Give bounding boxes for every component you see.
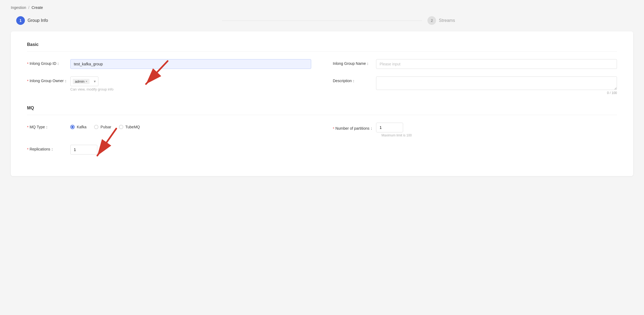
breadcrumb-parent[interactable]: Ingestion	[11, 5, 26, 10]
step-2-circle: 2	[427, 16, 436, 25]
description-wrapper: 0 / 100	[376, 76, 617, 95]
step-1-circle: 1	[16, 16, 25, 25]
kafka-radio-circle	[70, 125, 75, 129]
replications-field: * Replications：	[27, 145, 311, 155]
step-1-label: Group Info	[28, 18, 48, 23]
description-field: Description： 0 / 100	[333, 76, 617, 95]
description-textarea[interactable]	[376, 76, 617, 90]
pulsar-radio-label: Pulsar	[101, 125, 111, 129]
group-owner-select-wrapper: admin × ▾	[70, 76, 98, 86]
basic-row-1: * Inlong Group ID： Inlong Group Name：	[27, 59, 617, 69]
group-owner-required-star: *	[27, 79, 28, 83]
partitions-required-star: *	[333, 126, 334, 131]
kafka-radio-dot	[71, 126, 74, 128]
pulsar-radio-circle	[94, 125, 98, 129]
tubemq-radio-label: TubeMQ	[125, 125, 140, 129]
step-2: 2 Streams	[427, 16, 628, 25]
partitions-label: * Number of partitions：	[333, 124, 376, 131]
mq-section: MQ * MQ Type： Kafka	[27, 106, 617, 155]
mq-row-2: * Replications：	[27, 145, 617, 155]
group-owner-select[interactable]: admin ×	[70, 76, 98, 86]
mq-type-required-star: *	[27, 125, 28, 129]
group-id-label: * Inlong Group ID：	[27, 59, 70, 66]
admin-tag-close[interactable]: ×	[85, 80, 87, 83]
partitions-input[interactable]	[376, 123, 403, 132]
group-name-field: Inlong Group Name：	[333, 59, 617, 69]
group-name-label: Inlong Group Name：	[333, 59, 376, 66]
mq-type-label: * MQ Type：	[27, 123, 70, 130]
basic-section: Basic * Inlong Group ID： Inlong Group Na…	[27, 42, 617, 95]
form-card: Basic * Inlong Group ID： Inlong Group Na…	[11, 31, 633, 176]
steps-container: 1 Group Info 2 Streams	[11, 16, 633, 25]
owner-hint: Can view, modify group info	[70, 87, 114, 91]
group-name-input[interactable]	[376, 59, 617, 69]
admin-tag: admin ×	[73, 79, 89, 84]
step-1: 1 Group Info	[16, 16, 217, 25]
replications-required-star: *	[27, 147, 28, 152]
group-id-required-star: *	[27, 62, 28, 66]
tubemq-radio-option[interactable]: TubeMQ	[119, 125, 140, 129]
replications-label: * Replications：	[27, 145, 70, 152]
replications-input[interactable]	[70, 145, 97, 155]
group-id-input[interactable]	[70, 59, 311, 69]
kafka-radio-option[interactable]: Kafka	[70, 125, 87, 129]
breadcrumb-separator: /	[28, 5, 29, 10]
breadcrumb: Ingestion / Create	[11, 5, 633, 10]
description-char-count: 0 / 100	[376, 91, 617, 95]
mq-section-title: MQ	[27, 106, 617, 115]
group-owner-field: * Inlong Group Owner： admin ×	[27, 76, 311, 91]
group-owner-label: * Inlong Group Owner：	[27, 76, 70, 83]
tubemq-radio-circle	[119, 125, 123, 129]
pulsar-radio-option[interactable]: Pulsar	[94, 125, 111, 129]
group-id-field: * Inlong Group ID：	[27, 59, 311, 69]
step-2-label: Streams	[439, 18, 455, 23]
basic-section-title: Basic	[27, 42, 617, 52]
step-divider	[222, 21, 422, 21]
basic-row-2: * Inlong Group Owner： admin ×	[27, 76, 617, 95]
mq-type-field: * MQ Type： Kafka	[27, 123, 311, 130]
description-label: Description：	[333, 76, 376, 83]
partitions-field: * Number of partitions： Maximum limit is…	[333, 123, 617, 137]
kafka-radio-label: Kafka	[77, 125, 87, 129]
partitions-hint: Maximum limit is 100	[381, 133, 412, 137]
mq-row-1: * MQ Type： Kafka	[27, 123, 617, 137]
mq-type-radio-group: Kafka Pulsar TubeMQ	[70, 123, 140, 129]
breadcrumb-current: Create	[32, 5, 43, 10]
